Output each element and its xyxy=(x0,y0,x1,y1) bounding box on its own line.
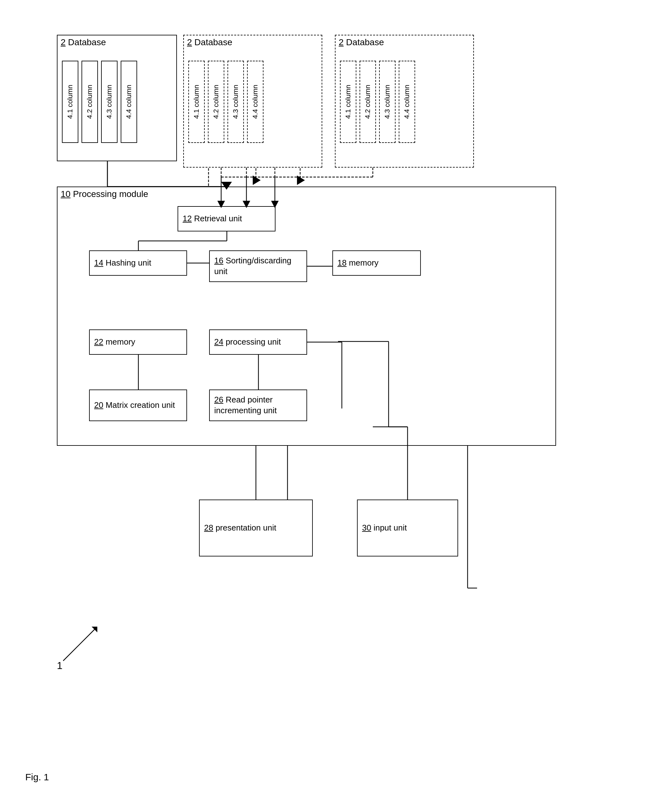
processing-module: 10 Processing module 12 Retrieval unit 1… xyxy=(57,186,556,446)
database-1: 2 Database 4.1 column 4.2 column 4.3 col… xyxy=(57,35,177,161)
db3-col-4-1: 4.1 column xyxy=(340,61,356,143)
col-4-2: 4.2 column xyxy=(82,61,98,143)
matrix-creation-unit: 20 Matrix creation unit xyxy=(89,390,187,421)
hashing-unit: 14 Hashing unit xyxy=(89,250,187,276)
read-pointer-unit: 26 Read pointer incrementing unit xyxy=(209,390,307,421)
figure-number: 1 xyxy=(57,660,62,672)
memory-22: 22 memory xyxy=(89,329,187,355)
proc-module-label: 10 Processing module xyxy=(58,187,555,201)
figure-arrow-group: 1 xyxy=(54,620,104,672)
diagram-container: 2 Database 4.1 column 4.2 column 4.3 col… xyxy=(25,19,645,762)
presentation-unit: 28 presentation unit xyxy=(199,500,313,556)
processing-unit-24: 24 processing unit xyxy=(209,329,307,355)
db3-col-4-4: 4.4 column xyxy=(399,61,415,143)
db3-col-4-2: 4.2 column xyxy=(360,61,376,143)
db2-col-4-4: 4.4 column xyxy=(247,61,264,143)
fig-label: Fig. 1 xyxy=(25,772,49,782)
col-4-4: 4.4 column xyxy=(121,61,137,143)
sorting-unit: 16 Sorting/discarding unit xyxy=(209,250,307,282)
col-4-3: 4.3 column xyxy=(101,61,118,143)
database-3: 2 Database 4.1 column 4.2 column 4.3 col… xyxy=(335,35,474,168)
retrieval-unit: 12 Retrieval unit xyxy=(178,206,275,231)
db2-col-4-2: 4.2 column xyxy=(208,61,224,143)
svg-line-55 xyxy=(63,629,95,661)
db1-label: 2 Database xyxy=(58,35,176,49)
db2-label: 2 Database xyxy=(184,35,322,49)
col-4-1: 4.1 column xyxy=(62,61,78,143)
memory-18: 18 memory xyxy=(332,250,421,276)
input-unit: 30 input unit xyxy=(357,500,458,556)
database-2: 2 Database 4.1 column 4.2 column 4.3 col… xyxy=(183,35,322,168)
db2-col-4-3: 4.3 column xyxy=(227,61,244,143)
db2-col-4-1: 4.1 column xyxy=(188,61,205,143)
svg-marker-7 xyxy=(253,175,261,185)
svg-marker-8 xyxy=(297,175,305,185)
db3-label: 2 Database xyxy=(336,35,473,49)
db3-col-4-3: 4.3 column xyxy=(379,61,395,143)
